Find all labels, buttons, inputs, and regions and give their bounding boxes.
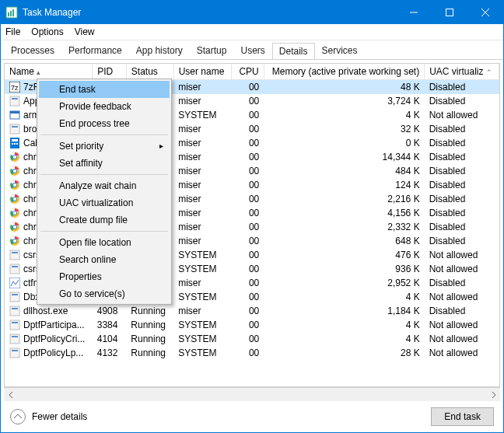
tab-performance[interactable]: Performance — [61, 42, 129, 59]
col-memory[interactable]: Memory (active private working set) — [264, 64, 424, 80]
maximize-button[interactable] — [432, 1, 467, 24]
context-menu-item[interactable]: Analyze wait chain — [39, 177, 170, 194]
fewer-details-toggle[interactable]: Fewer details — [10, 409, 87, 424]
close-button[interactable] — [467, 1, 503, 24]
context-menu-item[interactable]: Provide feedback — [39, 98, 170, 115]
cell-memory: 648 K — [264, 234, 424, 248]
svg-rect-3 — [12, 9, 14, 16]
col-pid[interactable]: PID — [93, 64, 127, 80]
col-cpu[interactable]: CPU — [232, 64, 264, 80]
cell-name: DptfPolicyCri... — [5, 332, 93, 346]
svg-point-29 — [13, 183, 16, 187]
minimize-button[interactable] — [396, 1, 432, 24]
titlebar[interactable]: Task Manager — [1, 1, 503, 24]
cell-memory: 28 K — [264, 346, 424, 360]
cell-user: miser — [173, 122, 232, 136]
svg-text:7z: 7z — [11, 84, 19, 92]
context-menu-item[interactable]: Set affinity — [39, 155, 170, 172]
menu-view[interactable]: View — [75, 26, 95, 37]
cell-cpu: 00 — [232, 108, 264, 122]
cell-cpu: 00 — [232, 150, 264, 164]
cell-memory: 1,184 K — [264, 304, 424, 318]
cell-cpu: 00 — [232, 332, 264, 346]
table-row[interactable]: DptfPolicyCri...4104RunningSYSTEM004 KNo… — [5, 332, 499, 346]
cell-cpu: 00 — [232, 248, 264, 262]
tab-services[interactable]: Services — [315, 42, 365, 59]
tab-details[interactable]: Details — [272, 43, 315, 60]
cell-uac: Not allowed — [425, 318, 499, 332]
sort-asc-icon: ▴ — [37, 68, 40, 76]
context-menu-item[interactable]: Open file location — [39, 234, 170, 251]
process-icon — [9, 306, 20, 316]
cell-uac: Not allowed — [425, 346, 499, 360]
submenu-arrow-icon: ▸ — [159, 141, 163, 150]
cell-cpu: 00 — [232, 262, 264, 276]
menu-file[interactable]: File — [5, 26, 20, 37]
cell-name: DptfPolicyLp... — [5, 346, 93, 360]
tab-users[interactable]: Users — [233, 42, 271, 59]
context-menu-item[interactable]: Search online — [39, 251, 170, 268]
cell-user: miser — [173, 94, 232, 108]
horizontal-scrollbar[interactable] — [4, 387, 500, 401]
svg-rect-52 — [12, 322, 18, 323]
context-menu-item[interactable]: End process tree — [39, 115, 170, 132]
table-row[interactable]: dllhost.exe4908Runningmiser001,184 KDisa… — [5, 304, 499, 318]
context-menu-item[interactable]: Go to service(s) — [39, 285, 170, 302]
cell-cpu: 00 — [232, 206, 264, 220]
table-row[interactable]: DptfParticipa...3384RunningSYSTEM004 KNo… — [5, 318, 499, 332]
cell-pid: 4132 — [93, 346, 127, 360]
process-icon — [9, 96, 20, 107]
context-menu-item[interactable]: UAC virtualization — [39, 194, 170, 211]
cell-memory: 0 K — [264, 136, 424, 150]
cell-user: miser — [173, 304, 232, 318]
col-uac[interactable]: UAC virtualiz⌃ — [425, 64, 499, 80]
context-menu-item[interactable]: Properties — [39, 268, 170, 285]
cell-memory: 124 K — [264, 178, 424, 192]
cell-user: SYSTEM — [173, 346, 232, 360]
cell-user: SYSTEM — [173, 290, 232, 304]
menu-options[interactable]: Options — [31, 26, 63, 37]
col-name[interactable]: Name▴ — [5, 64, 93, 80]
menubar: File Options View — [1, 24, 503, 40]
cell-memory: 2,952 K — [264, 276, 424, 290]
cell-memory: 4 K — [264, 332, 424, 346]
col-status[interactable]: Status — [126, 64, 173, 80]
cell-user: miser — [173, 276, 232, 290]
tab-app-history[interactable]: App history — [129, 42, 190, 59]
cell-cpu: 00 — [232, 346, 264, 360]
tab-startup[interactable]: Startup — [190, 42, 234, 59]
cell-uac: Not allowed — [425, 248, 499, 262]
svg-rect-2 — [10, 11, 12, 16]
cell-user: SYSTEM — [173, 248, 232, 262]
cell-uac: Disabled — [425, 220, 499, 234]
context-menu-item[interactable]: Set priority▸ — [39, 138, 170, 155]
process-icon — [9, 152, 20, 162]
cell-memory: 3,724 K — [264, 94, 424, 108]
svg-rect-54 — [12, 336, 18, 337]
cell-user: miser — [173, 80, 232, 95]
cell-cpu: 00 — [232, 80, 264, 95]
cell-pid: 4104 — [93, 332, 127, 346]
svg-rect-55 — [10, 348, 19, 358]
tab-processes[interactable]: Processes — [4, 42, 61, 59]
cell-uac: Disabled — [425, 276, 499, 290]
context-menu-item[interactable]: Create dump file — [39, 211, 170, 229]
header-row: Name▴ PID Status User name CPU Memory (a… — [5, 64, 499, 80]
table-row[interactable]: DptfPolicyLp...4132RunningSYSTEM0028 KNo… — [5, 346, 499, 360]
process-icon — [9, 292, 20, 302]
scroll-right-icon[interactable] — [487, 388, 500, 401]
app-icon — [5, 6, 18, 19]
svg-rect-53 — [10, 334, 19, 344]
context-menu-item[interactable]: End task — [39, 81, 170, 98]
end-task-button[interactable]: End task — [431, 407, 494, 426]
svg-rect-20 — [16, 143, 18, 145]
cell-uac: Disabled — [425, 80, 499, 95]
scroll-left-icon[interactable] — [4, 388, 17, 401]
process-icon — [9, 222, 20, 232]
col-user[interactable]: User name — [173, 64, 232, 80]
cell-memory: 4,156 K — [264, 206, 424, 220]
cell-user: SYSTEM — [173, 262, 232, 276]
cell-uac: Disabled — [425, 150, 499, 164]
process-icon — [9, 320, 20, 330]
cell-memory: 32 K — [264, 122, 424, 136]
